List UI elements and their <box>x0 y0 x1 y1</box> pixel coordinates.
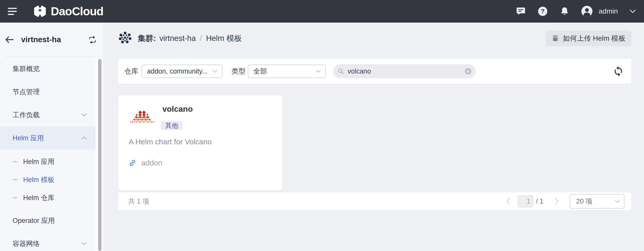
sidebar: virtnest-ha 集群概览 节点管理 工作负载 Helm 应用 <box>0 23 103 251</box>
chevron-down-icon <box>81 242 87 245</box>
dash-icon <box>13 179 18 180</box>
how-to-upload-label: 如何上传 Helm 模板 <box>563 34 625 43</box>
pagination-bar: 共 1 项 / 1 20 项 <box>118 192 631 210</box>
sidebar-item-helm-app-sub[interactable]: Helm 应用 <box>0 153 96 171</box>
repo-select[interactable]: addon, community... <box>142 65 222 78</box>
chart-title: volcano <box>162 104 193 113</box>
filter-bar: 仓库 addon, community... 类型 全部 <box>118 59 631 84</box>
how-to-upload-button[interactable]: 如何上传 Helm 模板 <box>546 31 631 46</box>
dash-icon <box>13 197 18 198</box>
sidebar-item-helm-templates[interactable]: Helm 模板 <box>0 171 96 189</box>
chart-repo-row: addon <box>129 159 162 167</box>
sidebar-item-helm-repos[interactable]: Helm 仓库 <box>0 189 96 207</box>
breadcrumb-separator: / <box>200 34 202 43</box>
repo-select-value: addon, community... <box>147 68 212 75</box>
page-total: / 1 <box>536 198 543 205</box>
helm-chart-card[interactable]: volcano 其他 A Helm chart for Volcano addo… <box>118 95 283 190</box>
breadcrumb-prefix: 集群: <box>138 33 156 44</box>
book-icon <box>552 35 559 42</box>
svg-text:?: ? <box>541 8 544 15</box>
sidebar-item-container-network[interactable]: 容器网络 <box>0 232 96 251</box>
switch-cluster-icon[interactable] <box>88 36 97 43</box>
avatar[interactable] <box>581 6 593 17</box>
clear-search-icon[interactable] <box>464 68 472 75</box>
user-name[interactable]: admin <box>599 7 618 15</box>
sidebar-item-helm-apps[interactable]: Helm 应用 <box>0 127 96 150</box>
next-page-icon[interactable] <box>554 197 560 206</box>
sidebar-scrollbar-track <box>96 59 103 251</box>
sidebar-menu: 集群概览 节点管理 工作负载 Helm 应用 Helm 应用 Helm 模板 <box>0 57 96 251</box>
total-count: 共 1 项 <box>128 197 149 206</box>
chevron-down-icon <box>316 70 321 73</box>
search-box <box>333 64 476 78</box>
sidebar-item-cluster-overview[interactable]: 集群概览 <box>0 57 96 80</box>
type-filter-label: 类型 <box>232 67 246 76</box>
brand-logo[interactable]: DaoCloud <box>33 4 103 19</box>
app-header: DaoCloud ? admin <box>0 0 644 23</box>
chevron-up-icon <box>81 136 87 140</box>
dash-icon <box>13 161 18 162</box>
chart-description: A Helm chart for Volcano <box>129 137 212 147</box>
sidebar-item-node-management[interactable]: 节点管理 <box>0 80 96 103</box>
breadcrumb-cluster[interactable]: virtnest-ha <box>159 34 196 43</box>
back-arrow-icon[interactable] <box>5 36 14 43</box>
cluster-name: virtnest-ha <box>21 35 61 44</box>
chart-category-badge: 其他 <box>161 121 182 130</box>
page-size-value: 20 项 <box>576 197 615 206</box>
menu-icon[interactable] <box>8 7 18 16</box>
brand-name: DaoCloud <box>51 5 103 18</box>
repo-filter-label: 仓库 <box>124 67 138 76</box>
chart-repo-name: addon <box>141 159 162 167</box>
page-number-input[interactable] <box>518 195 533 207</box>
sidebar-scrollbar-thumb[interactable] <box>98 59 102 251</box>
refresh-icon[interactable] <box>613 66 624 77</box>
help-icon[interactable]: ? <box>537 6 548 17</box>
chain-link-icon <box>129 159 136 167</box>
type-select[interactable]: 全部 <box>248 65 326 78</box>
search-input[interactable] <box>347 67 464 76</box>
chevron-down-icon <box>212 70 217 73</box>
bell-icon[interactable] <box>560 6 570 16</box>
search-icon <box>338 68 344 75</box>
chevron-down-icon <box>81 113 87 117</box>
sidebar-item-workloads[interactable]: 工作负载 <box>0 103 96 127</box>
type-select-value: 全部 <box>253 67 316 76</box>
sidebar-item-operator-apps[interactable]: Operator 应用 <box>0 209 96 232</box>
volcano-logo <box>129 110 155 124</box>
chevron-down-icon <box>615 200 620 203</box>
main-content: 集群: virtnest-ha / Helm 模板 如何上传 Helm 模板 仓… <box>103 23 644 251</box>
page-size-select[interactable]: 20 项 <box>570 194 624 209</box>
daocloud-logo-icon <box>33 4 47 19</box>
messages-icon[interactable] <box>516 6 526 16</box>
prev-page-icon[interactable] <box>505 197 511 206</box>
breadcrumb: 集群: virtnest-ha / Helm 模板 <box>118 31 242 46</box>
breadcrumb-current: Helm 模板 <box>206 33 242 44</box>
cluster-dots-icon <box>118 31 133 46</box>
user-menu-chevron-down-icon[interactable] <box>629 9 636 13</box>
